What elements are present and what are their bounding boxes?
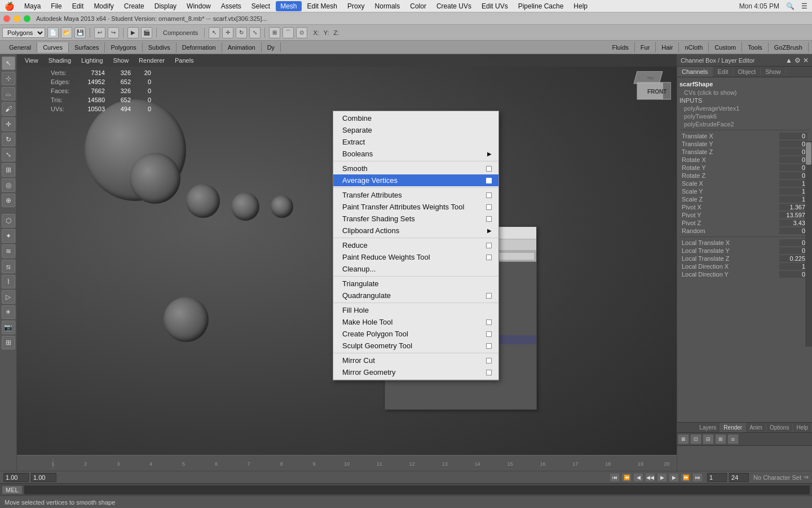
tool-paint2[interactable]: ✦	[2, 229, 15, 243]
menu-display[interactable]: Display	[150, 1, 181, 11]
menu-combine[interactable]: Combine	[333, 112, 498, 124]
cb-tab-channels[interactable]: Channels	[677, 67, 713, 77]
tool-paint[interactable]: 🖌	[2, 102, 15, 116]
menu-mirror-geometry[interactable]: Mirror Geometry	[333, 366, 498, 378]
pb-play-back[interactable]: ◀◀	[645, 473, 655, 482]
menu-create-uvs[interactable]: Create UVs	[432, 1, 476, 11]
cb-tab-edit[interactable]: Edit	[713, 67, 733, 77]
attr-scale-y[interactable]: Scale Y 1	[679, 187, 810, 195]
tab-fur[interactable]: Fur	[635, 42, 656, 52]
menu-transfer-shading[interactable]: Transfer Shading Sets	[333, 213, 498, 225]
timeline-end[interactable]: 1.00	[31, 473, 56, 482]
icon-render[interactable]: ▶	[127, 27, 139, 38]
menu-file[interactable]: File	[46, 1, 66, 11]
menu-paint-transfer[interactable]: Paint Transfer Attributes Weights Tool	[333, 201, 498, 213]
icon-snap-grid[interactable]: ⊞	[269, 27, 280, 38]
menu-average-vertices[interactable]: Average Vertices	[333, 174, 498, 186]
rpb-tab-options[interactable]: Options	[766, 423, 793, 432]
tab-hair[interactable]: Hair	[656, 42, 679, 52]
cb-tab-show[interactable]: Show	[761, 67, 786, 77]
rpb-icon-2[interactable]: ⊡	[690, 434, 701, 444]
pb-next-frame[interactable]: ▶	[669, 473, 679, 482]
cvs-label[interactable]: CVs (click to show)	[679, 89, 810, 97]
menu-transfer-attributes[interactable]: Transfer Attributes	[333, 189, 498, 201]
pb-prev-key[interactable]: ⏪	[621, 473, 632, 482]
mel-input[interactable]	[24, 485, 810, 494]
timeline-current[interactable]: 1	[707, 473, 727, 482]
menu-normals[interactable]: Normals	[370, 1, 405, 11]
tab-fluids[interactable]: Fluids	[606, 42, 634, 52]
timeline-ruler[interactable]: 1 2 3 4 5 6 7 8 9 10 11 12 13 14	[17, 455, 677, 471]
tab-curves[interactable]: Curves	[37, 42, 69, 52]
menu-select[interactable]: Select	[247, 1, 275, 11]
menu-assets[interactable]: Assets	[217, 1, 246, 11]
input-poly-tweak[interactable]: polyTweak6	[679, 112, 810, 120]
icon-snap-point[interactable]: ⊙	[296, 27, 307, 38]
menu-make-hole-tool[interactable]: Make Hole Tool	[333, 316, 498, 328]
icon-select[interactable]: ↖	[209, 27, 220, 38]
tool-light[interactable]: ☀	[2, 305, 15, 319]
attr-rotate-x[interactable]: Rotate X 0	[679, 156, 810, 164]
menu-edit-uvs[interactable]: Edit UVs	[477, 1, 513, 11]
pb-goto-start[interactable]: ⏮	[610, 473, 620, 482]
attr-translate-y[interactable]: Translate Y 0	[679, 140, 810, 148]
tool-show-manip[interactable]: ⊕	[2, 194, 15, 207]
attr-scale-x[interactable]: Scale X 1	[679, 179, 810, 187]
tool-ncloth[interactable]: ⧅	[2, 260, 15, 273]
timeline-start[interactable]: 1.00	[3, 473, 29, 482]
minimize-button[interactable]	[14, 15, 20, 22]
channel-box-expand[interactable]: ▲	[785, 56, 792, 64]
icon-move[interactable]: ✛	[222, 27, 233, 38]
menu-mesh[interactable]: Mesh	[276, 1, 301, 11]
channel-box-scrollbar[interactable]	[805, 141, 812, 347]
icon-undo[interactable]: ↩	[94, 27, 105, 38]
menu-search-icon[interactable]: 🔍	[786, 2, 795, 10]
menu-triangulate[interactable]: Triangulate	[333, 278, 498, 290]
menu-proxy[interactable]: Proxy	[343, 1, 369, 11]
tool-hair[interactable]: ⌇	[2, 275, 15, 288]
rpb-icon-4[interactable]: ⊞	[715, 434, 726, 444]
mode-selector[interactable]: Polygons	[2, 28, 45, 38]
menu-paint-reduce[interactable]: Paint Reduce Weights Tool	[333, 251, 498, 263]
viewport[interactable]: View Shading Lighting Show Renderer Pane…	[17, 54, 677, 471]
menu-booleans[interactable]: Booleans ▶	[333, 148, 498, 160]
menu-clipboard-actions[interactable]: Clipboard Actions ▶	[333, 225, 498, 237]
vp-menu-view[interactable]: View	[20, 56, 43, 65]
attr-rotate-y[interactable]: Rotate Y 0	[679, 164, 810, 172]
icon-open[interactable]: 📂	[61, 27, 72, 38]
menu-modify[interactable]: Modify	[89, 1, 118, 11]
tab-dy[interactable]: Dy	[262, 42, 281, 52]
tab-general[interactable]: General	[3, 42, 37, 52]
icon-render2[interactable]: 🎬	[141, 27, 152, 38]
icon-save[interactable]: 💾	[74, 27, 86, 38]
vp-menu-shading[interactable]: Shading	[44, 56, 76, 65]
maximize-button[interactable]	[24, 15, 30, 22]
attr-pivot-z[interactable]: Pivot Z 3.43	[679, 219, 810, 227]
vp-menu-show[interactable]: Show	[109, 56, 134, 65]
tool-grid[interactable]: ⊞	[2, 336, 15, 349]
menu-create-polygon-tool[interactable]: Create Polygon Tool	[333, 328, 498, 340]
tool-move[interactable]: ✛	[2, 117, 15, 131]
icon-scale[interactable]: ⤡	[249, 27, 261, 38]
tool-sculpt[interactable]: ⬡	[2, 214, 15, 227]
menu-help[interactable]: Help	[569, 1, 592, 11]
char-set-arrow[interactable]: ⇒	[804, 474, 809, 481]
menu-color[interactable]: Color	[405, 1, 431, 11]
vp-menu-renderer[interactable]: Renderer	[134, 56, 169, 65]
tool-fluids[interactable]: ≋	[2, 244, 15, 258]
close-button[interactable]	[3, 15, 10, 22]
tool-select[interactable]: ↖	[2, 56, 15, 70]
channel-box-settings[interactable]: ⚙	[795, 56, 801, 64]
input-poly-average[interactable]: polyAverageVertex1	[679, 104, 810, 112]
attr-pivot-x[interactable]: Pivot X 1.367	[679, 203, 810, 211]
cb-tab-object[interactable]: Object	[733, 67, 761, 77]
tool-transform[interactable]: ⊞	[2, 163, 15, 177]
input-poly-extrude[interactable]: polyExtrudeFace2	[679, 120, 810, 128]
icon-redo[interactable]: ↪	[108, 27, 119, 38]
menu-cleanup[interactable]: Cleanup...	[333, 263, 498, 275]
menu-edit-mesh[interactable]: Edit Mesh	[303, 1, 342, 11]
tool-soft-select[interactable]: ◎	[2, 178, 15, 192]
vp-menu-panels[interactable]: Panels	[170, 56, 198, 65]
vp-menu-lighting[interactable]: Lighting	[77, 56, 108, 65]
attr-scale-z[interactable]: Scale Z 1	[679, 195, 810, 203]
